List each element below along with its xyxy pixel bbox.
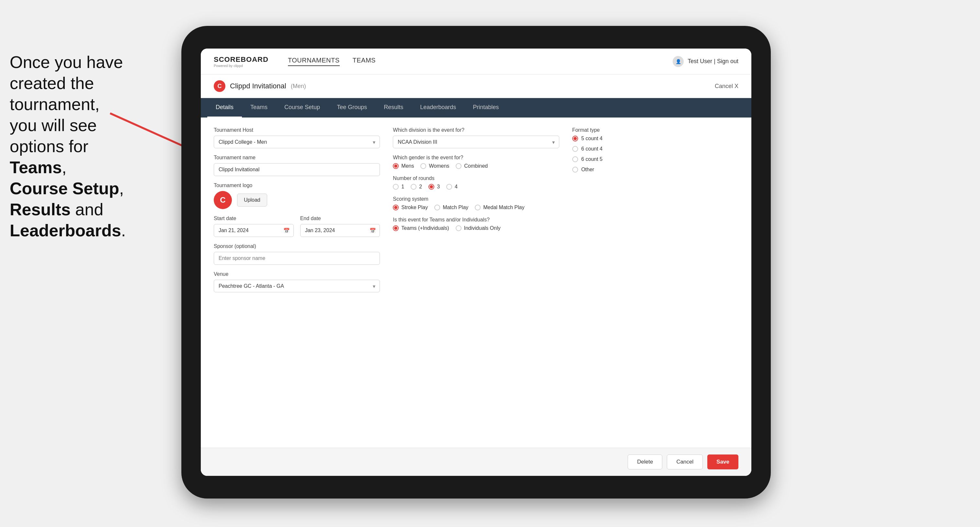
- rounds-1-radio[interactable]: [393, 184, 399, 190]
- user-avatar: 👤: [673, 56, 684, 67]
- logo-preview: C: [214, 191, 232, 209]
- start-date-input[interactable]: [214, 224, 294, 237]
- venue-label: Venue: [214, 271, 380, 277]
- format-5count4-radio[interactable]: [572, 136, 578, 141]
- tab-results[interactable]: Results: [375, 98, 412, 117]
- gender-womens[interactable]: Womens: [420, 163, 449, 169]
- end-date-wrapper: 📅: [300, 224, 380, 237]
- save-button[interactable]: Save: [707, 454, 738, 469]
- tournament-host-group: Tournament Host Clippd College - Men: [214, 127, 380, 148]
- format-options: 5 count 4 6 count 4 6 count 5: [572, 136, 738, 173]
- cancel-button-top[interactable]: Cancel X: [715, 83, 738, 90]
- gender-radio-group: Mens Womens Combined: [393, 163, 559, 169]
- top-navigation: SCOREBOARD Powered by clippd TOURNAMENTS…: [201, 49, 751, 75]
- scoring-match-radio[interactable]: [434, 205, 440, 210]
- teams-label: Is this event for Teams and/or Individua…: [393, 217, 559, 223]
- start-date-icon: 📅: [283, 227, 290, 234]
- format-6count4-radio[interactable]: [572, 146, 578, 152]
- tab-details[interactable]: Details: [207, 98, 242, 117]
- rounds-4[interactable]: 4: [446, 184, 458, 190]
- form-column-2: Which division is the event for? NCAA Di…: [393, 127, 559, 438]
- rounds-2-radio[interactable]: [410, 184, 417, 190]
- tab-teams[interactable]: Teams: [242, 98, 276, 117]
- format-5count4[interactable]: 5 count 4: [572, 136, 738, 141]
- tablet-frame: SCOREBOARD Powered by clippd TOURNAMENTS…: [181, 26, 771, 498]
- logo-area: SCOREBOARD Powered by clippd: [214, 56, 269, 68]
- division-select[interactable]: NCAA Division III: [393, 136, 559, 148]
- format-6count5[interactable]: 6 count 5: [572, 156, 738, 162]
- tab-tee-groups[interactable]: Tee Groups: [328, 98, 375, 117]
- scoring-medal[interactable]: Medal Match Play: [475, 205, 524, 210]
- user-area: 👤 Test User | Sign out: [673, 56, 738, 67]
- user-signout[interactable]: Test User | Sign out: [687, 58, 738, 65]
- tournament-logo-label: Tournament logo: [214, 183, 380, 188]
- tab-printables[interactable]: Printables: [465, 98, 507, 117]
- gender-mens[interactable]: Mens: [393, 163, 414, 169]
- rounds-3[interactable]: 3: [428, 184, 440, 190]
- delete-button[interactable]: Delete: [628, 454, 662, 469]
- sponsor-input[interactable]: [214, 252, 380, 265]
- gender-combined-radio[interactable]: [456, 163, 461, 169]
- individuals-only-radio[interactable]: [456, 225, 461, 231]
- tournament-name-input[interactable]: [214, 163, 380, 176]
- rounds-group: Number of rounds 1 2: [393, 175, 559, 190]
- nav-teams[interactable]: TEAMS: [353, 57, 375, 66]
- nav-tournaments[interactable]: TOURNAMENTS: [288, 57, 340, 66]
- teams-group: Is this event for Teams and/or Individua…: [393, 217, 559, 231]
- teams-plus-individuals[interactable]: Teams (+Individuals): [393, 225, 449, 231]
- sponsor-group: Sponsor (optional): [214, 243, 380, 265]
- sub-tabs: Details Teams Course Setup Tee Groups Re…: [201, 98, 751, 117]
- scoring-stroke[interactable]: Stroke Play: [393, 205, 428, 210]
- tournament-host-select-wrapper: Clippd College - Men: [214, 136, 380, 148]
- form-column-3: Format type 5 count 4 6 count 4: [572, 127, 738, 438]
- start-date-group: Start date 📅: [214, 216, 294, 237]
- cancel-button[interactable]: Cancel: [667, 454, 703, 469]
- format-6count5-radio[interactable]: [572, 156, 578, 162]
- gender-womens-radio[interactable]: [420, 163, 426, 169]
- rounds-radio-group: 1 2 3 4: [393, 184, 559, 190]
- end-date-group: End date 📅: [300, 216, 380, 237]
- format-label: Format type: [572, 127, 738, 133]
- gender-combined[interactable]: Combined: [456, 163, 488, 169]
- date-row: Start date 📅 End date 📅: [214, 216, 380, 237]
- gender-mens-radio[interactable]: [393, 163, 399, 169]
- format-other[interactable]: Other: [572, 167, 738, 173]
- scoring-group: Scoring system Stroke Play Match Play: [393, 196, 559, 210]
- tournament-name-group: Tournament name: [214, 155, 380, 176]
- individuals-only[interactable]: Individuals Only: [456, 225, 501, 231]
- rounds-4-radio[interactable]: [446, 184, 452, 190]
- breadcrumb-row: C Clippd Invitational (Men) Cancel X: [201, 75, 751, 98]
- tab-leaderboards[interactable]: Leaderboards: [412, 98, 465, 117]
- scoring-match[interactable]: Match Play: [434, 205, 468, 210]
- tournament-logo-group: Tournament logo C Upload: [214, 183, 380, 209]
- breadcrumb-content: C Clippd Invitational (Men): [214, 80, 306, 92]
- rounds-2[interactable]: 2: [410, 184, 422, 190]
- tournament-name: Clippd Invitational: [230, 82, 286, 90]
- venue-select[interactable]: Peachtree GC - Atlanta - GA: [214, 280, 380, 292]
- start-date-label: Start date: [214, 216, 294, 221]
- form-column-1: Tournament Host Clippd College - Men Tou…: [214, 127, 380, 438]
- tab-course-setup[interactable]: Course Setup: [276, 98, 328, 117]
- end-date-icon: 📅: [369, 227, 376, 234]
- end-date-input[interactable]: [300, 224, 380, 237]
- action-bar: Delete Cancel Save: [201, 448, 751, 476]
- form-area: Tournament Host Clippd College - Men Tou…: [201, 117, 751, 448]
- gender-label: Which gender is the event for?: [393, 155, 559, 160]
- scoring-label: Scoring system: [393, 196, 559, 202]
- format-6count4[interactable]: 6 count 4: [572, 146, 738, 152]
- teams-radio-group: Teams (+Individuals) Individuals Only: [393, 225, 559, 231]
- upload-button[interactable]: Upload: [237, 194, 267, 206]
- scoring-medal-radio[interactable]: [475, 205, 480, 210]
- rounds-1[interactable]: 1: [393, 184, 404, 190]
- venue-group: Venue Peachtree GC - Atlanta - GA: [214, 271, 380, 292]
- logo-title: SCOREBOARD: [214, 56, 269, 64]
- tournament-host-select[interactable]: Clippd College - Men: [214, 136, 380, 148]
- tournament-host-label: Tournament Host: [214, 127, 380, 133]
- teams-plus-radio[interactable]: [393, 225, 399, 231]
- division-select-wrapper: NCAA Division III: [393, 136, 559, 148]
- tournament-icon: C: [214, 80, 225, 92]
- rounds-3-radio[interactable]: [428, 184, 434, 190]
- instruction-text: Once you have created the tournament, yo…: [0, 45, 149, 248]
- format-other-radio[interactable]: [572, 167, 578, 173]
- scoring-stroke-radio[interactable]: [393, 205, 399, 210]
